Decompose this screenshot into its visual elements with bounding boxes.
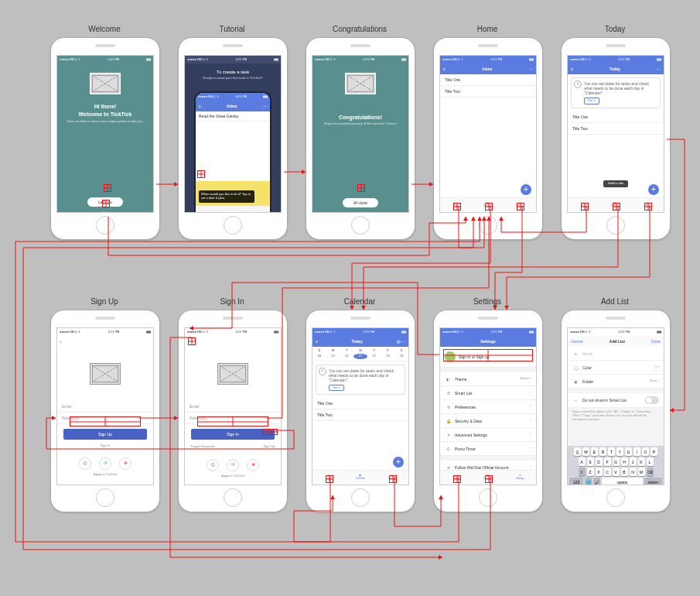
- keyboard[interactable]: QWERTYUIOP ASDFGHJKL ⇧ZXCVBNM⌫ 123 🌐 🎤 s…: [568, 446, 664, 485]
- key[interactable]: G: [613, 457, 620, 466]
- key[interactable]: V: [613, 468, 620, 476]
- hotspot[interactable]: [517, 203, 524, 211]
- list-item[interactable]: Title Two: [568, 123, 664, 135]
- key[interactable]: O: [642, 447, 649, 456]
- hotspot[interactable]: [581, 203, 589, 211]
- hotspot[interactable]: [197, 416, 268, 426]
- close-icon[interactable]: ×: [574, 80, 582, 88]
- hotspot[interactable]: [262, 429, 278, 435]
- key[interactable]: Q: [574, 447, 581, 456]
- to-signup-link[interactable]: Sign Up: [264, 445, 275, 449]
- hotspot[interactable]: [197, 170, 205, 178]
- add-task-fab[interactable]: +: [648, 184, 659, 195]
- list-view-icon[interactable]: ▤: [397, 339, 401, 344]
- settings-smartlist[interactable]: ☰Smart List›: [440, 386, 536, 400]
- tab-calendar[interactable]: ▦Calendar: [344, 471, 376, 485]
- key[interactable]: X: [596, 468, 603, 476]
- key[interactable]: U: [625, 447, 632, 456]
- hotspot[interactable]: [70, 416, 141, 426]
- key-mic[interactable]: 🎤: [593, 478, 600, 485]
- key[interactable]: R: [599, 447, 606, 456]
- done-button[interactable]: Done: [651, 339, 661, 344]
- key-123[interactable]: 123: [569, 478, 583, 485]
- list-item[interactable]: Title One: [568, 111, 664, 123]
- key[interactable]: P: [650, 447, 657, 456]
- hotspot[interactable]: [104, 184, 111, 192]
- welcome-skip-link[interactable]: Skip: [102, 211, 108, 213]
- key[interactable]: F: [604, 457, 611, 466]
- qq-icon[interactable]: Q: [207, 459, 219, 471]
- addlist-folder[interactable]: ▣FolderNone ›: [568, 375, 664, 389]
- settings-advanced[interactable]: ✦Advanced Settings›: [440, 428, 536, 442]
- key[interactable]: L: [647, 457, 654, 466]
- add-task-fab[interactable]: +: [393, 457, 404, 468]
- weibo-icon[interactable]: ❀: [119, 457, 131, 470]
- key[interactable]: E: [591, 447, 598, 456]
- key[interactable]: K: [638, 457, 645, 466]
- close-icon[interactable]: ×: [319, 368, 326, 375]
- more-icon[interactable]: ⋯: [529, 67, 533, 71]
- qq-icon[interactable]: Q: [79, 457, 91, 470]
- hotspot[interactable]: [644, 203, 652, 211]
- key[interactable]: I: [633, 447, 640, 456]
- key[interactable]: W: [582, 447, 589, 456]
- key[interactable]: A: [579, 457, 586, 466]
- signup-button[interactable]: Sign Up: [63, 429, 147, 440]
- forgot-link[interactable]: Forgot Password: [191, 445, 214, 449]
- got-it-button[interactable]: Got it: [329, 385, 344, 392]
- hotspot[interactable]: [389, 475, 397, 483]
- key-globe[interactable]: 🌐: [585, 478, 592, 485]
- toggle[interactable]: [645, 396, 659, 404]
- key[interactable]: N: [630, 468, 637, 476]
- key-return[interactable]: return: [644, 478, 662, 485]
- addlist-hide-toggle[interactable]: ⦸Do not show in Smart List: [568, 393, 664, 408]
- key[interactable]: Z: [587, 468, 594, 476]
- tab-settings[interactable]: ⚙Settings: [504, 471, 536, 485]
- to-signin-link[interactable]: Sign In: [57, 444, 153, 448]
- key[interactable]: T: [608, 447, 615, 456]
- hotspot[interactable]: [188, 337, 196, 345]
- list-item[interactable]: Title Two: [440, 86, 536, 98]
- email-field[interactable]: Email: [185, 401, 281, 413]
- more-icon[interactable]: ⋯: [657, 67, 661, 71]
- hotspot[interactable]: [453, 475, 461, 483]
- hotspot[interactable]: [613, 203, 620, 211]
- settings-security[interactable]: 🔒Security & Data›: [440, 414, 536, 428]
- cancel-button[interactable]: Cancel: [571, 339, 583, 344]
- settings-prefs[interactable]: ⚙Preferences›: [440, 400, 536, 414]
- wechat-icon[interactable]: ✉: [99, 457, 111, 470]
- hotspot[interactable]: [443, 349, 533, 361]
- hotspot[interactable]: [326, 475, 333, 483]
- list-item[interactable]: Title One: [312, 398, 408, 409]
- key-space[interactable]: space: [602, 478, 643, 485]
- wechat-icon[interactable]: ✉: [227, 459, 239, 471]
- key[interactable]: Y: [616, 447, 623, 456]
- hotspot[interactable]: [453, 203, 461, 211]
- apply-link[interactable]: Apply to TickTick: [185, 474, 281, 478]
- apply-link[interactable]: Apply to TickTick: [57, 473, 153, 477]
- hotspot[interactable]: [485, 203, 493, 211]
- list-item[interactable]: Title Two: [312, 409, 408, 421]
- congrats-done-button[interactable]: All done: [343, 198, 378, 207]
- list-item[interactable]: Title One: [440, 74, 536, 86]
- key[interactable]: H: [621, 457, 628, 466]
- hotspot[interactable]: [102, 200, 110, 207]
- back-icon[interactable]: ‹: [60, 339, 62, 344]
- key[interactable]: C: [604, 468, 611, 476]
- weibo-icon[interactable]: ❀: [247, 459, 259, 471]
- key[interactable]: M: [638, 468, 645, 476]
- addlist-color[interactable]: ◯Color◯ ›: [568, 361, 664, 375]
- more-icon[interactable]: ⋯: [401, 339, 405, 344]
- hotspot[interactable]: [357, 184, 365, 192]
- key[interactable]: J: [630, 457, 637, 466]
- hotspot[interactable]: [485, 475, 493, 483]
- add-task-fab[interactable]: +: [521, 184, 531, 195]
- email-field[interactable]: Email: [57, 401, 153, 413]
- key[interactable]: B: [621, 468, 628, 476]
- settings-pomo[interactable]: ⏱Pomo Timer›: [440, 442, 536, 456]
- settings-theme[interactable]: ◧ThemeDefault ›: [440, 372, 536, 386]
- got-it-button[interactable]: Got it: [584, 98, 599, 104]
- key[interactable]: S: [587, 457, 594, 466]
- key[interactable]: D: [596, 457, 603, 466]
- addlist-name[interactable]: ≡Name: [568, 347, 664, 361]
